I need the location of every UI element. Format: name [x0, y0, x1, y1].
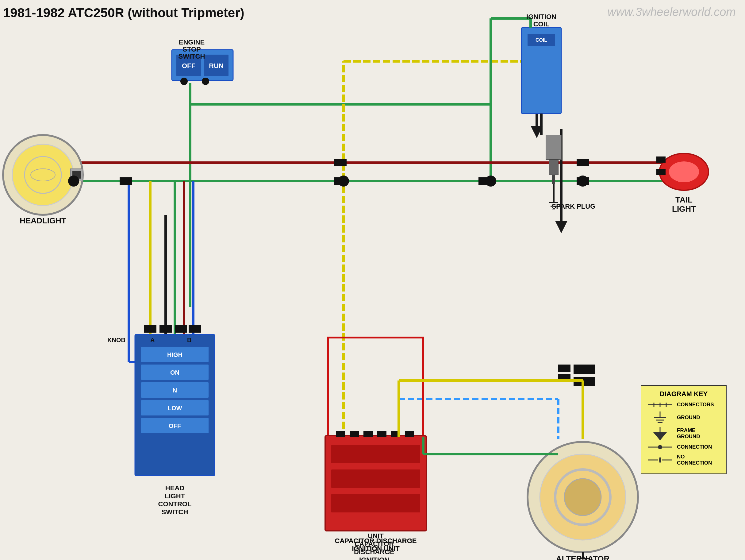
- svg-text:TAIL: TAIL: [675, 195, 692, 205]
- ground-symbol: [646, 411, 674, 424]
- cdi-label: CAPACITOR DISCHARGE IGNITION UNIT: [325, 537, 426, 553]
- svg-point-50: [202, 77, 209, 85]
- svg-text:HEAD: HEAD: [165, 484, 184, 492]
- svg-text:ENGINE: ENGINE: [179, 38, 204, 46]
- svg-text:COIL: COIL: [533, 20, 550, 28]
- svg-text:LOW: LOW: [168, 405, 182, 411]
- frame-ground-symbol: [646, 427, 674, 440]
- svg-text:HEADLIGHT: HEADLIGHT: [20, 216, 66, 225]
- svg-text:SWITCH: SWITCH: [179, 53, 205, 60]
- svg-point-114: [338, 176, 349, 187]
- svg-rect-94: [350, 431, 359, 437]
- svg-rect-59: [549, 160, 558, 175]
- svg-text:COIL: COIL: [536, 37, 547, 43]
- svg-text:RUN: RUN: [209, 62, 224, 70]
- svg-point-49: [180, 77, 188, 85]
- svg-text:A: A: [150, 337, 155, 343]
- no-connection-label: NO CONNECTION: [677, 454, 721, 466]
- svg-text:N: N: [173, 387, 177, 394]
- svg-text:LIGHT: LIGHT: [672, 205, 696, 214]
- svg-point-149: [658, 445, 662, 449]
- svg-text:SPARK PLUG: SPARK PLUG: [552, 203, 596, 210]
- frame-ground-label: FRAMEGROUND: [677, 428, 700, 440]
- connectors-symbol: [646, 401, 674, 408]
- svg-rect-36: [334, 159, 347, 166]
- svg-text:IGNITION: IGNITION: [359, 556, 389, 560]
- key-title: DIAGRAM KEY: [646, 390, 721, 398]
- svg-rect-32: [120, 177, 132, 185]
- svg-text:HIGH: HIGH: [167, 351, 183, 358]
- svg-text:LIGHT: LIGHT: [165, 492, 185, 500]
- svg-rect-37: [577, 159, 589, 166]
- svg-text:SWITCH: SWITCH: [162, 508, 188, 516]
- svg-point-72: [669, 161, 699, 183]
- connection-label: CONNECTION: [677, 444, 712, 450]
- svg-rect-58: [546, 135, 561, 160]
- svg-rect-41: [189, 325, 201, 333]
- svg-rect-93: [336, 431, 345, 437]
- svg-point-102: [564, 479, 601, 516]
- key-row-connection: CONNECTION: [646, 443, 721, 451]
- svg-rect-42: [558, 365, 571, 372]
- svg-rect-74: [656, 169, 666, 175]
- svg-text:KNOB: KNOB: [107, 337, 125, 343]
- diagram-container: 1981-1982 ATC250R (without Tripmeter) ww…: [0, 0, 745, 560]
- svg-rect-39: [160, 325, 172, 333]
- svg-text:STOP: STOP: [183, 45, 201, 53]
- svg-rect-91: [331, 469, 420, 488]
- svg-text:B: B: [187, 337, 191, 343]
- key-row-connectors: CONNECTORS: [646, 401, 721, 408]
- svg-text:CONTROL: CONTROL: [158, 500, 192, 508]
- svg-point-116: [577, 176, 588, 187]
- svg-point-117: [68, 176, 79, 187]
- key-row-ground: GROUND: [646, 411, 721, 424]
- svg-rect-60: [552, 175, 555, 184]
- svg-rect-92: [331, 494, 420, 512]
- svg-text:OFF: OFF: [182, 62, 195, 70]
- svg-rect-90: [331, 445, 420, 463]
- ground-label: GROUND: [677, 414, 700, 421]
- connectors-label: CONNECTORS: [677, 402, 714, 408]
- svg-rect-38: [144, 325, 156, 333]
- svg-text:ON: ON: [170, 369, 180, 376]
- key-row-frame-ground: FRAMEGROUND: [646, 427, 721, 440]
- svg-text:ALTERNATOR: ALTERNATOR: [556, 554, 610, 560]
- key-row-no-connection: NO CONNECTION: [646, 454, 721, 466]
- svg-rect-96: [377, 431, 386, 437]
- svg-rect-95: [363, 431, 372, 437]
- connection-symbol: [646, 443, 674, 451]
- svg-point-66: [12, 144, 74, 206]
- svg-text:OFF: OFF: [169, 423, 181, 429]
- svg-rect-73: [656, 156, 666, 163]
- diagram-key: DIAGRAM KEY CONNECTORS: [641, 385, 726, 474]
- no-connection-symbol: [646, 456, 674, 464]
- svg-marker-147: [653, 432, 667, 440]
- svg-marker-22: [555, 221, 568, 233]
- wiring-diagram: OFF RUN COIL: [0, 0, 745, 560]
- svg-rect-40: [175, 325, 187, 333]
- svg-text:IGNITION: IGNITION: [526, 13, 556, 21]
- svg-rect-103: [574, 365, 595, 374]
- svg-rect-98: [405, 431, 414, 437]
- svg-point-115: [485, 176, 496, 187]
